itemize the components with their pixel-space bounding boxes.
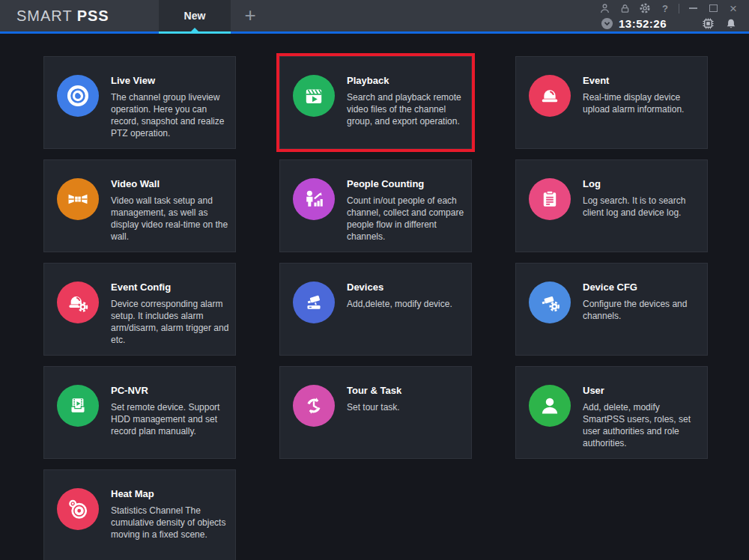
tile-devices[interactable]: Devices Add,delete, modify device. — [279, 263, 472, 356]
video-wall-icon — [57, 178, 99, 220]
camera-device-icon — [293, 281, 335, 323]
close-icon[interactable]: × — [727, 1, 740, 16]
film-tray-icon — [57, 385, 99, 427]
logo-smart: SMART — [16, 7, 73, 24]
add-tab-button[interactable]: + — [237, 0, 264, 31]
tile-title: Event — [583, 75, 609, 86]
user-account-icon[interactable] — [598, 1, 611, 16]
tile-live-view[interactable]: Live View The channel group liveview ope… — [43, 56, 236, 149]
tile-device-cfg[interactable]: Device CFG Configure the devices and cha… — [515, 263, 708, 356]
tile-title: Heat Map — [111, 488, 154, 499]
tile-description: Set remote device. Support HDD managemen… — [111, 401, 231, 437]
lock-icon[interactable] — [618, 1, 631, 16]
tile-description: Real-time display device upload alarm in… — [583, 91, 703, 115]
window-controls: ? × — [598, 0, 740, 16]
tile-title: User — [583, 385, 604, 396]
tile-description: Set tour task. — [347, 401, 467, 413]
header-accent-line — [0, 31, 749, 34]
tile-grid: Live View The channel group liveview ope… — [43, 56, 706, 560]
tile-log[interactable]: Log Log search. It is to search client l… — [515, 159, 708, 252]
tile-title: People Counting — [347, 178, 424, 189]
tile-video-wall[interactable]: Video Wall Video wall task setup and man… — [43, 159, 236, 252]
siren-gear-icon — [57, 281, 99, 323]
tile-description: Video wall task setup and management, as… — [111, 195, 231, 243]
tile-tour-task[interactable]: Tour & Task Set tour task. — [279, 366, 472, 459]
tile-description: Log search. It is to search client log a… — [583, 195, 703, 219]
logo-pss: PSS — [77, 7, 109, 24]
clapperboard-icon — [293, 75, 335, 117]
device-chip-icon[interactable] — [701, 16, 715, 31]
tile-description: Configure the devices and channels. — [583, 298, 703, 322]
alarm-bell-icon[interactable] — [725, 18, 737, 30]
window-controls-divider — [679, 4, 679, 13]
tab-new-label: New — [184, 10, 206, 22]
tile-title: Devices — [347, 281, 383, 293]
tour-icon — [293, 385, 335, 427]
tile-playback[interactable]: Playback Search and playback remote vide… — [279, 56, 472, 149]
tile-title: PC-NVR — [111, 385, 148, 396]
tile-description: Add,delete, modify device. — [347, 298, 467, 310]
tile-description: Add, delete, modify SmartPSS users, role… — [583, 401, 703, 449]
tile-title: Event Config — [111, 281, 171, 293]
tile-user[interactable]: User Add, delete, modify SmartPSS users,… — [515, 366, 708, 459]
status-row: 13:52:26 — [601, 16, 737, 31]
tile-description: The channel group liveview operation. He… — [111, 91, 231, 139]
minimize-icon[interactable] — [686, 1, 700, 16]
tile-description: Count in/out people of each channel, col… — [347, 195, 467, 243]
gear-icon[interactable] — [638, 1, 652, 16]
tile-description: Device corresponding alarm setup. It inc… — [111, 298, 231, 346]
heatmap-icon — [57, 488, 99, 530]
tile-event[interactable]: Event Real-time display device upload al… — [515, 56, 708, 149]
camera-gear-icon — [529, 281, 571, 323]
clock-sync-icon[interactable] — [601, 17, 613, 30]
tile-title: Video Wall — [111, 178, 160, 189]
tile-heat-map[interactable]: Heat Map Statistics Channel The cumulati… — [43, 469, 236, 560]
help-icon[interactable]: ? — [658, 1, 672, 16]
tile-pc-nvr[interactable]: PC-NVR Set remote device. Support HDD ma… — [43, 366, 236, 459]
siren-icon — [529, 75, 571, 117]
tile-title: Log — [583, 178, 601, 189]
tile-title: Device CFG — [583, 281, 637, 293]
tile-description: Statistics Channel The cumulative densit… — [111, 505, 231, 541]
tab-new[interactable]: New — [159, 0, 231, 31]
tile-people-counting[interactable]: People Counting Count in/out people of e… — [279, 159, 472, 252]
title-bar: SMARTPSS New + ? × 13:52:26 — [0, 0, 749, 31]
people-counting-icon — [293, 178, 335, 220]
clock-time: 13:52:26 — [619, 17, 667, 30]
clipboard-icon — [529, 178, 571, 220]
maximize-icon[interactable] — [706, 1, 720, 16]
tile-event-config[interactable]: Event Config Device corresponding alarm … — [43, 263, 236, 356]
user-icon — [529, 385, 571, 427]
app-logo: SMARTPSS — [16, 0, 109, 31]
tile-title: Tour & Task — [347, 385, 401, 396]
active-tab-indicator — [159, 31, 231, 34]
tile-title: Playback — [347, 75, 389, 86]
tile-title: Live View — [111, 75, 155, 86]
lens-icon — [57, 75, 99, 117]
tile-description: Search and playback remote video files o… — [347, 91, 467, 127]
